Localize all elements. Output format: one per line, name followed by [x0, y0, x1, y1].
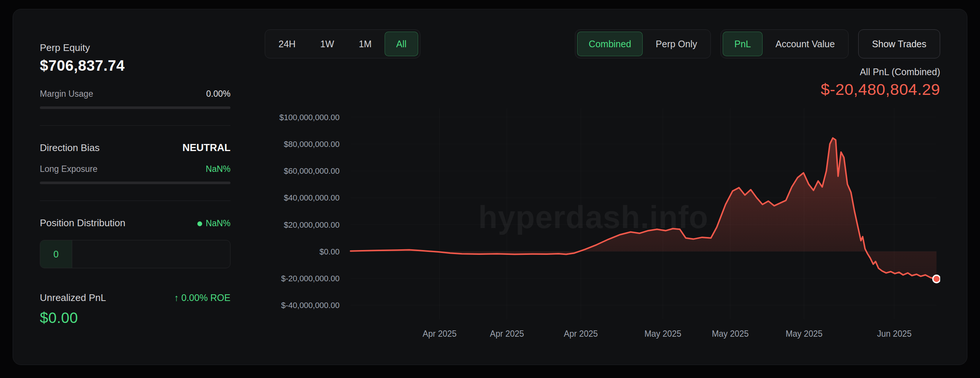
pnl-summary: All PnL (Combined) $-20,480,804.29 — [265, 67, 940, 98]
position-distribution-label: Position Distribution — [40, 217, 126, 229]
position-distribution-badge: NaN% — [197, 218, 231, 229]
x-axis-tick-label: Apr 2025 — [490, 329, 524, 338]
y-axis-tick-label: $60,000,000.00 — [284, 166, 340, 176]
mode-combined[interactable]: Combined — [577, 32, 643, 56]
all-pnl-value: $-20,480,804.29 — [265, 80, 940, 98]
dashboard-card: Perp Equity $706,837.74 Margin Usage 0.0… — [13, 9, 967, 365]
perp-equity-value: $706,837.74 — [40, 57, 231, 74]
position-distribution-row: Position Distribution NaN% — [40, 217, 231, 229]
unrealized-pnl-label: Unrealized PnL — [40, 292, 106, 303]
y-axis-tick-label: $80,000,000.00 — [284, 140, 340, 149]
direction-bias-row: Direction Bias NEUTRAL — [40, 142, 231, 154]
chart-mode-tools: Combined Perp Only PnL Account Value Sho… — [575, 29, 940, 59]
stats-sidebar: Perp Equity $706,837.74 Margin Usage 0.0… — [40, 29, 231, 347]
metric-account-value[interactable]: Account Value — [764, 32, 846, 56]
metric-pnl[interactable]: PnL — [723, 32, 762, 56]
time-range-group: 24H 1W 1M All — [265, 29, 420, 59]
divider — [40, 200, 231, 201]
y-axis-tick-label: $-20,000,000.00 — [281, 274, 340, 283]
long-exposure-label: Long Exposure — [40, 164, 97, 174]
y-axis-tick-label: $20,000,000.00 — [284, 220, 340, 229]
y-axis-tick-label: $-40,000,000.00 — [281, 301, 340, 310]
pnl-chart-svg[interactable]: hyperdash.info$100,000,000.00$80,000,000… — [265, 105, 940, 347]
time-range-1m[interactable]: 1M — [347, 32, 383, 56]
x-axis-tick-label: May 2025 — [786, 329, 822, 338]
arrow-up-icon: ↑ — [174, 292, 179, 303]
x-axis-tick-label: Apr 2025 — [564, 329, 598, 338]
divider — [40, 125, 231, 126]
margin-usage-value: 0.00% — [206, 89, 231, 99]
y-axis-tick-label: $0.00 — [320, 247, 340, 256]
pnl-chart[interactable]: hyperdash.info$100,000,000.00$80,000,000… — [265, 105, 940, 347]
long-exposure-bar — [40, 181, 231, 184]
unrealized-pnl-value: $0.00 — [40, 310, 231, 326]
margin-usage-bar — [40, 106, 231, 109]
time-range-24h[interactable]: 24H — [267, 32, 307, 56]
unrealized-pnl-row: Unrealized PnL ↑ 0.00% ROE — [40, 292, 231, 303]
x-axis-tick-label: May 2025 — [712, 329, 749, 338]
all-pnl-label: All PnL (Combined) — [265, 67, 940, 77]
long-exposure-value: NaN% — [206, 164, 231, 174]
direction-bias-label: Direction Bias — [40, 142, 99, 154]
metric-group: PnL Account Value — [721, 29, 849, 59]
chart-toolbar: 24H 1W 1M All Combined Perp Only PnL Acc… — [265, 29, 940, 59]
margin-usage-row: Margin Usage 0.00% — [40, 89, 231, 99]
perp-equity-section: Perp Equity $706,837.74 — [40, 42, 231, 74]
y-axis-tick-label: $40,000,000.00 — [284, 193, 340, 202]
y-axis-tick-label: $100,000,000.00 — [279, 113, 340, 122]
position-distribution-bar: 0 — [40, 240, 231, 268]
mode-group: Combined Perp Only — [575, 29, 711, 59]
green-dot-icon — [197, 221, 202, 226]
roe-badge: ↑ 0.00% ROE — [174, 292, 231, 303]
show-trades-button[interactable]: Show Trades — [858, 29, 940, 59]
x-axis-tick-label: Apr 2025 — [423, 329, 457, 338]
chart-panel: 24H 1W 1M All Combined Perp Only PnL Acc… — [265, 29, 940, 347]
time-range-1w[interactable]: 1W — [309, 32, 346, 56]
long-exposure-row: Long Exposure NaN% — [40, 164, 231, 174]
x-axis-tick-label: Jun 2025 — [877, 329, 912, 338]
margin-usage-label: Margin Usage — [40, 89, 93, 99]
time-range-all[interactable]: All — [385, 32, 418, 56]
perp-equity-label: Perp Equity — [40, 42, 231, 54]
direction-bias-value: NEUTRAL — [183, 142, 231, 154]
pnl-end-dot — [933, 275, 940, 283]
mode-perp-only[interactable]: Perp Only — [644, 32, 709, 56]
position-distribution-left-cell: 0 — [40, 240, 72, 268]
x-axis-tick-label: May 2025 — [644, 329, 681, 338]
